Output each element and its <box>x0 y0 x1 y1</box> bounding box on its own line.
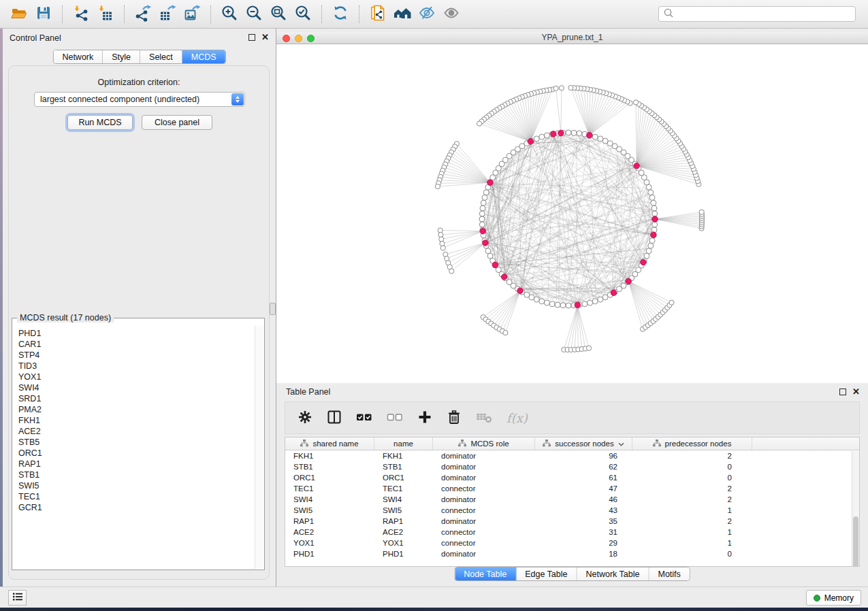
plus-icon <box>417 410 432 427</box>
column-header-name[interactable]: name <box>374 437 433 450</box>
add-row-button[interactable] <box>417 409 432 427</box>
refresh-button[interactable] <box>328 3 353 26</box>
run-mcds-button[interactable]: Run MCDS <box>67 115 133 130</box>
table-row[interactable]: RAP1RAP1dominator352 <box>285 516 859 527</box>
tab-node-table[interactable]: Node Table <box>455 567 516 580</box>
zoom-out-button[interactable] <box>242 3 266 26</box>
table-settings-button[interactable] <box>298 409 312 427</box>
network-column-icon <box>458 440 466 448</box>
mcds-result-item[interactable]: SRD1 <box>18 393 253 404</box>
tab-mcds[interactable]: MCDS <box>182 50 225 63</box>
table-row[interactable]: SWI4SWI4dominator462 <box>285 494 859 505</box>
fx-icon: f(x) <box>507 411 528 425</box>
table-toolbar: f(x) <box>285 401 860 434</box>
node-table[interactable]: shared namenameMCDS rolesuccessor nodesp… <box>285 437 860 567</box>
column-header-successor-nodes[interactable]: successor nodes <box>535 437 632 450</box>
mcds-result-item[interactable]: STP4 <box>18 350 253 361</box>
mcds-result-item[interactable]: STB1 <box>18 469 253 480</box>
export-image-button[interactable] <box>180 3 204 26</box>
mcds-result-item[interactable]: STB5 <box>18 437 253 448</box>
network-window-titlebar[interactable]: YPA_prune.txt_1 <box>276 32 868 44</box>
table-row[interactable]: PHD1PHD1dominator180 <box>285 548 859 559</box>
table-row[interactable]: ACE2ACE2connector311 <box>285 527 859 538</box>
float-panel-icon[interactable] <box>248 34 255 41</box>
memory-button[interactable]: Memory <box>806 590 861 606</box>
mcds-result-item[interactable]: SWI5 <box>18 480 253 491</box>
table-scrollbar[interactable] <box>852 451 859 566</box>
task-history-button[interactable] <box>8 590 27 606</box>
table-cell: 2 <box>632 484 752 493</box>
export-table-button[interactable] <box>155 3 180 26</box>
window-minimize-icon[interactable] <box>295 35 302 42</box>
mcds-result-item[interactable]: RAP1 <box>18 459 253 469</box>
toolbar-separator <box>359 5 359 23</box>
table-row[interactable]: STB1STB1dominator620 <box>285 461 859 472</box>
show-graphics-details-button[interactable] <box>439 3 464 26</box>
column-header-shared-name[interactable]: shared name <box>285 437 374 450</box>
delete-column-button-disabled <box>476 409 492 427</box>
table-row[interactable]: YOX1YOX1connector291 <box>285 538 859 548</box>
hide-graphics-details-button[interactable] <box>415 3 439 26</box>
show-column-panel-button[interactable] <box>327 409 342 427</box>
tab-motifs[interactable]: Motifs <box>649 567 689 580</box>
search-box[interactable] <box>658 6 856 22</box>
zoom-in-button[interactable] <box>217 3 242 26</box>
mcds-result-item[interactable]: GCR1 <box>18 502 253 513</box>
mcds-result-item[interactable]: TEC1 <box>18 491 253 502</box>
mcds-result-item[interactable]: ORC1 <box>18 448 253 459</box>
mcds-result-item[interactable]: YOX1 <box>18 371 253 382</box>
table-cell: PHD1 <box>374 550 433 558</box>
mcds-result-item[interactable]: SWI4 <box>18 382 253 393</box>
window-close-icon[interactable] <box>283 35 290 42</box>
table-row[interactable]: TEC1TEC1connector472 <box>285 483 859 494</box>
open-folder-icon <box>10 4 28 24</box>
table-cell: dominator <box>433 517 535 525</box>
mcds-result-item[interactable]: FKH1 <box>18 415 253 426</box>
delete-row-button[interactable] <box>447 409 462 427</box>
home-button[interactable] <box>390 3 415 26</box>
tab-network[interactable]: Network <box>53 50 103 63</box>
table-row[interactable]: SWI5SWI5connector431 <box>285 505 859 516</box>
mcds-result-list[interactable]: PHD1CAR1STP4TID3YOX1SWI4SRD1PMA2FKH1ACE2… <box>18 328 253 567</box>
column-header-mcds-role[interactable]: MCDS role <box>433 437 535 450</box>
mcds-result-item[interactable]: ACE2 <box>18 426 253 437</box>
tab-edge-table[interactable]: Edge Table <box>516 567 577 580</box>
mcds-result-scrollbar[interactable] <box>255 326 263 569</box>
select-all-button[interactable] <box>356 409 372 427</box>
float-panel-icon[interactable] <box>839 389 846 395</box>
table-cell: SWI4 <box>374 495 433 503</box>
tab-network-table[interactable]: Network Table <box>577 567 649 580</box>
zoom-fit-button[interactable] <box>266 3 291 26</box>
import-table-button[interactable] <box>93 3 118 26</box>
optimization-criterion-select[interactable]: largest connected component (undirected) <box>34 92 245 107</box>
mcds-result-item[interactable]: PHD1 <box>18 328 253 339</box>
import-network-button[interactable] <box>69 3 93 26</box>
window-zoom-icon[interactable] <box>307 35 315 42</box>
mcds-result-item[interactable]: PMA2 <box>18 404 253 415</box>
close-panel-button[interactable]: Close panel <box>142 115 212 130</box>
table-cell: ORC1 <box>285 474 374 482</box>
table-row[interactable]: ORC1ORC1dominator610 <box>285 472 859 483</box>
deselect-all-button[interactable] <box>387 409 403 427</box>
table-scrollbar-thumb[interactable] <box>853 516 858 567</box>
new-network-from-selection-button[interactable] <box>366 3 390 26</box>
export-network-button[interactable] <box>131 3 155 26</box>
table-cell: YOX1 <box>374 539 433 547</box>
close-panel-icon[interactable]: ✕ <box>261 33 269 41</box>
main-toolbar <box>0 0 868 29</box>
column-header-predecessor-nodes[interactable]: predecessor nodes <box>632 437 752 450</box>
search-input[interactable] <box>674 10 851 19</box>
network-canvas[interactable] <box>276 44 868 383</box>
mcds-result-item[interactable]: CAR1 <box>18 339 253 350</box>
table-cell: 0 <box>632 463 752 471</box>
tab-style[interactable]: Style <box>103 50 140 63</box>
save-session-button[interactable] <box>31 3 56 26</box>
mcds-result-item[interactable]: TID3 <box>18 361 253 371</box>
mcds-result-box: MCDS result (17 nodes) PHD1CAR1STP4TID3Y… <box>12 318 265 570</box>
tab-select[interactable]: Select <box>140 50 182 63</box>
close-panel-icon[interactable]: ✕ <box>852 388 860 395</box>
control-panel-tabs: NetworkStyleSelectMCDS <box>52 50 225 64</box>
open-session-button[interactable] <box>7 3 31 26</box>
zoom-selected-button[interactable] <box>291 3 315 26</box>
table-row[interactable]: FKH1FKH1dominator962 <box>285 450 859 461</box>
